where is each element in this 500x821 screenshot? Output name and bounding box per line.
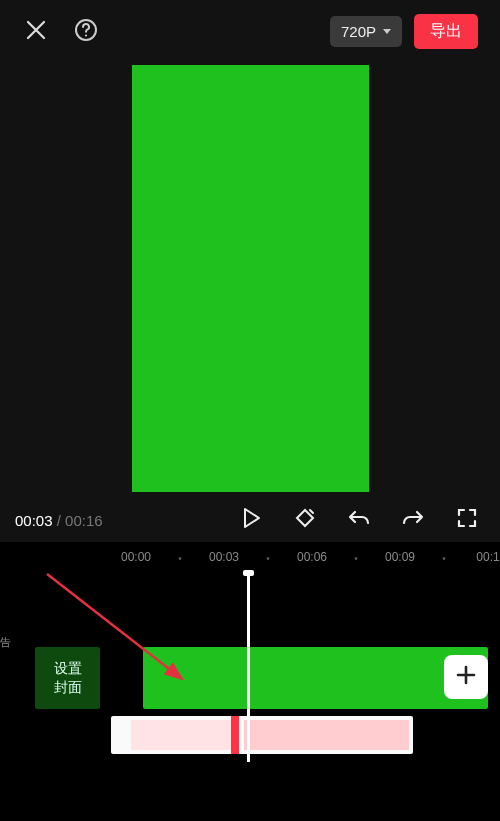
fullscreen-icon <box>456 507 478 533</box>
audio-clip[interactable] <box>111 716 413 754</box>
audio-segment <box>244 720 409 750</box>
keyframe-icon <box>293 506 317 534</box>
quality-selector[interactable]: 720P <box>330 16 402 47</box>
timeline[interactable]: 00:00 • 00:03 • 00:06 • 00:09 • 00:1 设置 … <box>0 542 500 821</box>
ruler-tick: 00:09 <box>385 550 415 564</box>
plus-icon <box>455 661 477 693</box>
side-label: 告 <box>0 635 11 650</box>
ruler-tick: 00:1 <box>476 550 499 564</box>
ruler-tick: 00:06 <box>297 550 327 564</box>
undo-icon <box>347 507 371 533</box>
play-icon <box>241 507 261 533</box>
close-icon <box>25 19 47 45</box>
svg-point-1 <box>85 34 87 36</box>
redo-icon <box>401 507 425 533</box>
time-display: 00:03 / 00:16 <box>15 512 103 529</box>
audio-marker <box>231 716 239 754</box>
redo-button[interactable] <box>401 508 425 532</box>
video-clip[interactable] <box>143 647 488 709</box>
set-cover-label: 设置 封面 <box>54 659 82 697</box>
current-time: 00:03 <box>15 512 53 529</box>
timeline-ruler: 00:00 • 00:03 • 00:06 • 00:09 • 00:1 <box>0 550 500 572</box>
set-cover-button[interactable]: 设置 封面 <box>35 647 100 709</box>
play-button[interactable] <box>239 508 263 532</box>
export-label: 导出 <box>430 22 462 39</box>
ruler-dot: • <box>266 553 270 564</box>
playhead[interactable] <box>247 572 250 762</box>
ruler-tick: 00:00 <box>121 550 151 564</box>
ruler-tick: 00:03 <box>209 550 239 564</box>
close-button[interactable] <box>22 18 50 46</box>
add-clip-button[interactable] <box>444 655 488 699</box>
fullscreen-button[interactable] <box>455 508 479 532</box>
total-time: 00:16 <box>65 512 103 529</box>
video-preview[interactable] <box>132 65 369 492</box>
ruler-dot: • <box>178 553 182 564</box>
chevron-down-icon <box>383 29 391 34</box>
export-button[interactable]: 导出 <box>414 14 478 49</box>
help-button[interactable] <box>72 18 100 46</box>
ruler-dot: • <box>442 553 446 564</box>
preview-area <box>0 63 500 502</box>
keyframe-button[interactable] <box>293 508 317 532</box>
undo-button[interactable] <box>347 508 371 532</box>
help-icon <box>74 18 98 46</box>
quality-label: 720P <box>341 23 376 40</box>
audio-segment <box>131 720 231 750</box>
ruler-dot: • <box>354 553 358 564</box>
